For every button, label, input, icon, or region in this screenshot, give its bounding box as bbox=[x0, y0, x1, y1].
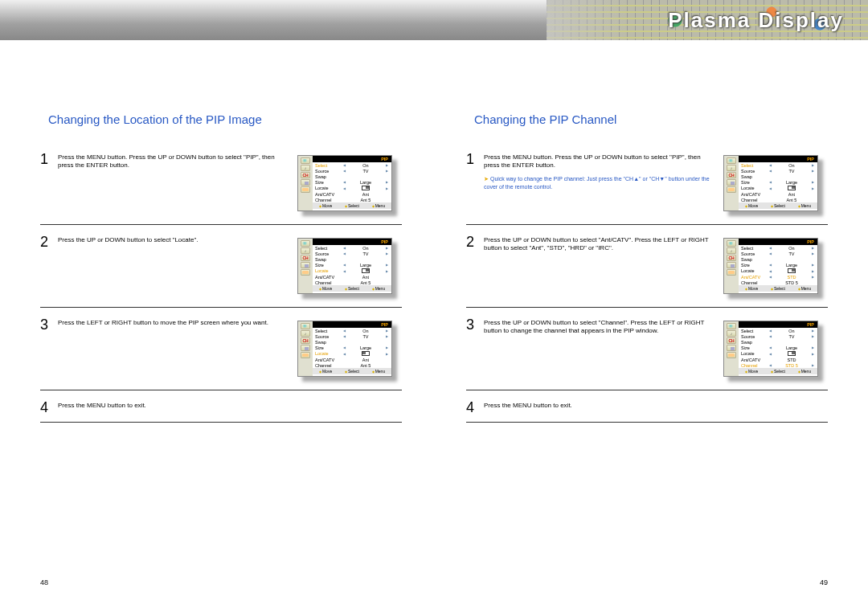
step-num: 1 bbox=[40, 152, 58, 166]
osd-label: Size bbox=[315, 180, 342, 185]
step: 4 Press the MENU button to exit. bbox=[466, 390, 828, 423]
step-num: 3 bbox=[466, 317, 484, 332]
step-main-text: Press the MENU button. Press the UP or D… bbox=[484, 153, 701, 169]
step: 3 Press the UP or DOWN button to select … bbox=[466, 308, 828, 390]
step: 2 Press the UP or DOWN button to select … bbox=[466, 225, 828, 308]
step: 1 Press the MENU button. Press the UP or… bbox=[466, 142, 828, 225]
osd-screenshot: PIP Select◀On▶ Source◀TV▶ Swap Size◀Larg… bbox=[715, 317, 828, 385]
step-text: Press the UP or DOWN button to select "L… bbox=[58, 235, 289, 244]
osd-screenshot: PIP Select◀On▶ Source◀TV▶ Swap Size◀Larg… bbox=[715, 235, 828, 302]
step-text: Press the UP or DOWN button to select "A… bbox=[484, 235, 715, 253]
step: 3 Press the LEFT or RIGHT button to move… bbox=[40, 308, 402, 390]
section-title-right: Changing the PIP Channel bbox=[474, 112, 828, 126]
osd-nav-icon bbox=[301, 172, 310, 178]
osd-value: On bbox=[346, 163, 385, 168]
osd-screenshot: PIP Select◀On▶ Source◀TV▶ Swap Size◀Larg… bbox=[289, 317, 402, 385]
osd-value: TV bbox=[346, 169, 385, 174]
osd-label: Ant/CATV bbox=[315, 192, 342, 197]
osd-label: Swap bbox=[315, 174, 342, 179]
step-note: ➤ Quick way to change the PIP channel: J… bbox=[484, 175, 712, 191]
osd-nav-icon bbox=[301, 165, 310, 171]
osd-foot: Menu bbox=[372, 203, 386, 208]
osd-title: PIP bbox=[313, 156, 391, 162]
osd-value: Ant bbox=[342, 192, 389, 197]
page-number-left: 48 bbox=[40, 578, 48, 586]
step-text: Press the MENU button. Press the UP or D… bbox=[484, 152, 715, 190]
osd-value: Ant 5 bbox=[342, 198, 389, 202]
step-text: Press the MENU button to exit. bbox=[484, 400, 828, 410]
header-title: Plasma Display bbox=[668, 8, 844, 33]
page-number-right: 49 bbox=[820, 578, 828, 586]
osd-label: Channel bbox=[315, 198, 342, 202]
step-text: Press the UP or DOWN button to select "C… bbox=[484, 317, 715, 336]
osd-foot: Move bbox=[319, 203, 332, 208]
pages: Changing the Location of the PIP Image 1… bbox=[0, 40, 868, 423]
osd-nav-icon bbox=[301, 157, 310, 164]
osd-nav-icon bbox=[301, 179, 310, 186]
page-left: Changing the Location of the PIP Image 1… bbox=[0, 48, 434, 423]
header-banner: Plasma Display bbox=[0, 0, 868, 40]
osd-screenshot: PIP Select◀On▶ Source◀TV▶ Swap Size◀Larg… bbox=[289, 152, 402, 219]
osd-label: Source bbox=[315, 169, 342, 174]
step: 1 Press the MENU button. Press the UP or… bbox=[40, 142, 402, 225]
osd-title: PIP bbox=[313, 239, 391, 245]
step: 2 Press the UP or DOWN button to select … bbox=[40, 225, 402, 308]
step-text: Press the LEFT or RIGHT button to move t… bbox=[58, 317, 289, 327]
step: 4 Press the MENU button to exit. bbox=[40, 390, 402, 423]
osd-nav-icon bbox=[301, 186, 310, 193]
step-text: Press the MENU button. Press the UP or D… bbox=[58, 152, 289, 170]
osd-label: Locate bbox=[315, 186, 342, 190]
osd-screenshot: PIP Select◀On▶ Source◀TV▶ Swap Size◀Larg… bbox=[289, 235, 402, 302]
section-title-left: Changing the Location of the PIP Image bbox=[48, 112, 402, 126]
page-right: Changing the PIP Channel 1 Press the MEN… bbox=[434, 48, 868, 423]
osd-title: PIP bbox=[313, 321, 391, 328]
osd-label: Select bbox=[315, 163, 342, 168]
step-num: 3 bbox=[40, 317, 58, 332]
step-num: 4 bbox=[40, 400, 58, 415]
step-num: 1 bbox=[466, 152, 484, 166]
step-note-text: Quick way to change the PIP channel: Jus… bbox=[484, 176, 710, 190]
osd-screenshot: PIP Select◀On▶ Source◀TV▶ Swap Size◀Larg… bbox=[715, 152, 828, 219]
step-text: Press the MENU button to exit. bbox=[58, 400, 402, 410]
step-num: 4 bbox=[466, 400, 484, 415]
osd-foot: Select bbox=[345, 203, 359, 208]
step-num: 2 bbox=[40, 235, 58, 249]
step-num: 2 bbox=[466, 235, 484, 249]
osd-value: Large bbox=[346, 180, 385, 185]
